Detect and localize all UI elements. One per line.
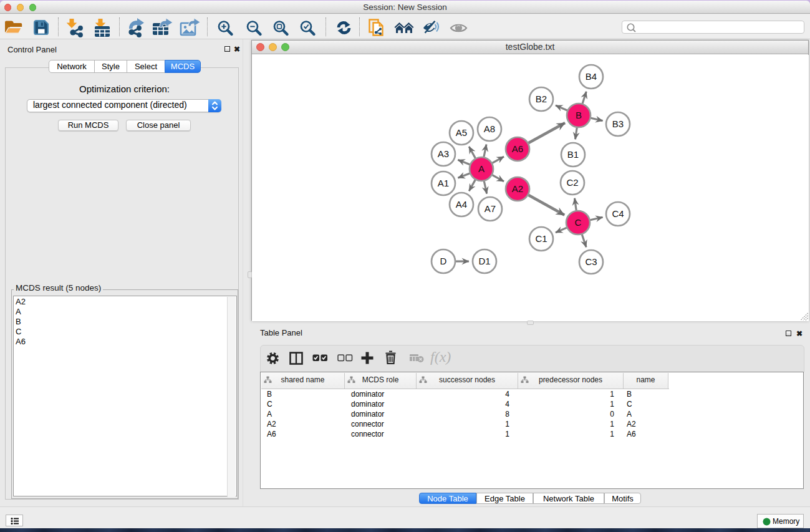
svg-text:A: A [478,163,485,174]
svg-text:A3: A3 [438,148,449,159]
svg-text:B4: B4 [586,71,597,82]
svg-text:D1: D1 [478,256,490,266]
svg-text:A7: A7 [485,203,496,214]
svg-text:C: C [575,217,582,228]
svg-text:D: D [440,256,447,266]
svg-text:C1: C1 [535,233,547,244]
svg-text:C2: C2 [566,177,578,188]
svg-text:B3: B3 [612,118,624,129]
svg-text:A1: A1 [438,178,449,188]
svg-text:B: B [576,110,582,120]
svg-text:A2: A2 [512,183,523,194]
svg-text:A6: A6 [512,143,523,154]
svg-text:A8: A8 [484,123,495,134]
svg-text:A4: A4 [456,199,467,210]
svg-text:C3: C3 [585,256,597,267]
svg-text:C4: C4 [612,208,624,219]
svg-text:B1: B1 [567,149,579,160]
svg-text:A5: A5 [456,127,467,138]
svg-text:B2: B2 [536,94,547,104]
